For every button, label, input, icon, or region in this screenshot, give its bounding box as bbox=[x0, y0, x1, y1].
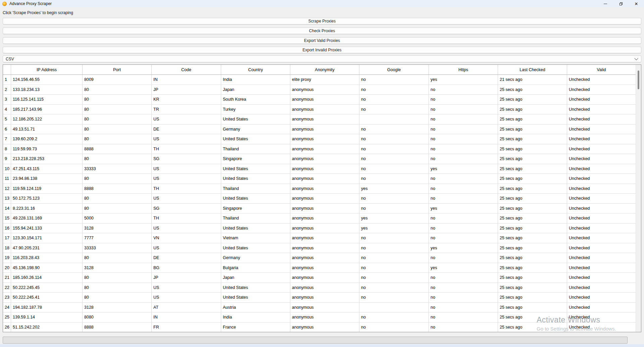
cell-valid[interactable]: Unchecked bbox=[567, 243, 636, 253]
cell-valid[interactable]: Unchecked bbox=[567, 114, 636, 124]
export-format-select[interactable]: CSV bbox=[3, 55, 641, 62]
cell-valid[interactable]: Unchecked bbox=[567, 283, 636, 293]
cell-last-checked[interactable]: 25 secs ago bbox=[498, 154, 567, 164]
cell-anonymity[interactable]: anonymous bbox=[290, 194, 359, 203]
scrape-proxies-button[interactable]: Scrape Proxies bbox=[3, 18, 641, 24]
cell-last-checked[interactable]: 25 secs ago bbox=[498, 213, 567, 223]
row-number[interactable]: 10 bbox=[3, 164, 11, 174]
cell-anonymity[interactable]: anonymous bbox=[290, 154, 359, 164]
row-number[interactable]: 4 bbox=[3, 105, 11, 114]
cell-country[interactable]: Japan bbox=[221, 273, 290, 283]
cell-port[interactable]: 80 bbox=[83, 154, 152, 164]
cell-ip-address[interactable]: 23.94.86.138 bbox=[11, 174, 83, 184]
cell-port[interactable]: 8888 bbox=[83, 184, 152, 194]
cell-port[interactable]: 80 bbox=[83, 125, 152, 134]
cell-code[interactable]: JP bbox=[152, 273, 221, 283]
cell-google[interactable]: no bbox=[359, 253, 429, 263]
column-header-google[interactable]: Google bbox=[359, 65, 429, 75]
cell-code[interactable]: BG bbox=[152, 263, 221, 273]
table-row[interactable]: 1549.228.131.1695000THThailandanonymousy… bbox=[3, 213, 636, 224]
cell-google[interactable]: no bbox=[359, 164, 429, 174]
row-number[interactable]: 26 bbox=[3, 323, 11, 332]
cell-https[interactable]: no bbox=[429, 233, 498, 243]
cell-ip-address[interactable]: 50.172.75.123 bbox=[11, 194, 83, 203]
cell-port[interactable]: 7777 bbox=[83, 233, 152, 243]
cell-anonymity[interactable]: anonymous bbox=[290, 224, 359, 233]
cell-google[interactable]: yes bbox=[359, 184, 429, 194]
cell-google[interactable]: no bbox=[359, 243, 429, 253]
cell-valid[interactable]: Unchecked bbox=[567, 194, 636, 203]
cell-ip-address[interactable]: 45.136.198.90 bbox=[11, 263, 83, 273]
table-row[interactable]: 2133.18.234.1380JPJapananonymousnono25 s… bbox=[3, 85, 636, 95]
cell-ip-address[interactable]: 123.30.154.171 bbox=[11, 233, 83, 243]
table-row[interactable]: 25139.59.1.148080INIndiaanonymousnono25 … bbox=[3, 312, 636, 323]
cell-last-checked[interactable]: 25 secs ago bbox=[498, 224, 567, 233]
cell-last-checked[interactable]: 25 secs ago bbox=[498, 95, 567, 104]
cell-anonymity[interactable]: anonymous bbox=[290, 85, 359, 95]
row-number[interactable]: 1 bbox=[3, 75, 11, 85]
cell-country[interactable]: Bulgaria bbox=[221, 263, 290, 273]
cell-country[interactable]: United States bbox=[221, 174, 290, 184]
cell-valid[interactable]: Unchecked bbox=[567, 134, 636, 144]
cell-anonymity[interactable]: anonymous bbox=[290, 283, 359, 293]
cell-google[interactable]: no bbox=[359, 263, 429, 273]
cell-country[interactable]: Germany bbox=[221, 253, 290, 263]
cell-country[interactable]: India bbox=[221, 75, 290, 85]
column-header-ip-address[interactable]: IP Address bbox=[11, 65, 83, 75]
cell-anonymity[interactable]: anonymous bbox=[290, 204, 359, 213]
cell-google[interactable]: no bbox=[359, 144, 429, 154]
cell-last-checked[interactable]: 25 secs ago bbox=[498, 323, 567, 332]
cell-country[interactable]: France bbox=[221, 323, 290, 332]
cell-google[interactable]: no bbox=[359, 312, 429, 322]
cell-https[interactable]: yes bbox=[429, 164, 498, 174]
cell-port[interactable]: 80 bbox=[83, 293, 152, 302]
cell-country[interactable]: Thailand bbox=[221, 144, 290, 154]
cell-https[interactable]: no bbox=[429, 174, 498, 184]
cell-anonymity[interactable]: anonymous bbox=[290, 213, 359, 223]
cell-valid[interactable]: Unchecked bbox=[567, 273, 636, 283]
cell-code[interactable]: DE bbox=[152, 125, 221, 134]
cell-anonymity[interactable]: anonymous bbox=[290, 95, 359, 104]
cell-valid[interactable]: Unchecked bbox=[567, 85, 636, 95]
table-row[interactable]: 9213.218.228.25380SGSingaporeanonymousno… bbox=[3, 154, 636, 164]
cell-ip-address[interactable]: 185.217.143.96 bbox=[11, 105, 83, 114]
export-invalid-proxies-button[interactable]: Export Invalid Proxies bbox=[3, 47, 641, 53]
row-number[interactable]: 8 bbox=[3, 144, 11, 154]
cell-ip-address[interactable]: 133.18.234.13 bbox=[11, 85, 83, 95]
cell-ip-address[interactable]: 124.156.46.55 bbox=[11, 75, 83, 85]
cell-port[interactable]: 8009 bbox=[83, 75, 152, 85]
cell-google[interactable]: no bbox=[359, 273, 429, 283]
table-row[interactable]: 19116.203.28.4380DEGermanyanonymousnono2… bbox=[3, 253, 636, 263]
cell-valid[interactable]: Unchecked bbox=[567, 233, 636, 243]
cell-anonymity[interactable]: anonymous bbox=[290, 233, 359, 243]
cell-country[interactable]: United States bbox=[221, 164, 290, 174]
cell-google[interactable]: no bbox=[359, 204, 429, 213]
cell-valid[interactable]: Unchecked bbox=[567, 312, 636, 322]
cell-country[interactable]: Singapore bbox=[221, 154, 290, 164]
table-row[interactable]: 12119.59.124.1198888THThailandanonymousy… bbox=[3, 184, 636, 194]
cell-anonymity[interactable]: anonymous bbox=[290, 253, 359, 263]
cell-google[interactable]: no bbox=[359, 323, 429, 332]
cell-last-checked[interactable]: 25 secs ago bbox=[498, 105, 567, 114]
table-row[interactable]: 17123.30.154.1717777VNVietnamanonymousno… bbox=[3, 233, 636, 243]
cell-https[interactable]: yes bbox=[429, 263, 498, 273]
cell-anonymity[interactable]: anonymous bbox=[290, 174, 359, 184]
cell-valid[interactable]: Unchecked bbox=[567, 154, 636, 164]
cell-last-checked[interactable]: 25 secs ago bbox=[498, 263, 567, 273]
cell-country[interactable]: United States bbox=[221, 134, 290, 144]
row-number[interactable]: 6 bbox=[3, 125, 11, 134]
cell-country[interactable]: United States bbox=[221, 114, 290, 124]
cell-https[interactable]: no bbox=[429, 312, 498, 322]
cell-ip-address[interactable]: 50.222.245.45 bbox=[11, 283, 83, 293]
cell-anonymity[interactable]: anonymous bbox=[290, 125, 359, 134]
cell-port[interactable]: 80 bbox=[83, 283, 152, 293]
cell-port[interactable]: 80 bbox=[83, 253, 152, 263]
cell-country[interactable]: Japan bbox=[221, 85, 290, 95]
cell-code[interactable]: US bbox=[152, 164, 221, 174]
cell-google[interactable]: yes bbox=[359, 213, 429, 223]
cell-anonymity[interactable]: anonymous bbox=[290, 303, 359, 312]
cell-port[interactable]: 3128 bbox=[83, 224, 152, 233]
cell-code[interactable]: FR bbox=[152, 323, 221, 332]
cell-https[interactable]: no bbox=[429, 303, 498, 312]
cell-code[interactable]: TH bbox=[152, 184, 221, 194]
